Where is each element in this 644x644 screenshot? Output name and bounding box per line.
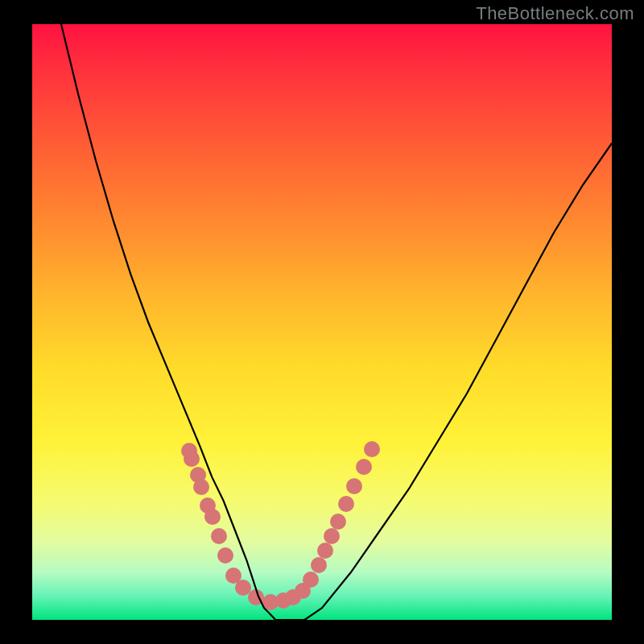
watermark-text: TheBottleneck.com — [476, 3, 634, 24]
marker-point — [211, 528, 227, 544]
marker-point — [364, 441, 380, 457]
plot-area — [32, 24, 612, 620]
marker-cluster — [181, 441, 380, 610]
marker-point — [317, 543, 333, 559]
marker-point — [324, 528, 340, 544]
marker-point — [346, 478, 362, 494]
marker-point — [303, 572, 319, 588]
marker-point — [204, 509, 221, 525]
marker-point — [217, 547, 233, 564]
marker-point — [330, 514, 346, 530]
marker-point — [193, 479, 209, 495]
chart-frame: TheBottleneck.com — [0, 0, 644, 644]
marker-point — [184, 451, 200, 467]
marker-point — [311, 557, 327, 573]
marker-point — [356, 459, 372, 475]
curve-layer — [32, 24, 612, 620]
marker-point — [235, 580, 251, 596]
marker-point — [338, 496, 354, 512]
